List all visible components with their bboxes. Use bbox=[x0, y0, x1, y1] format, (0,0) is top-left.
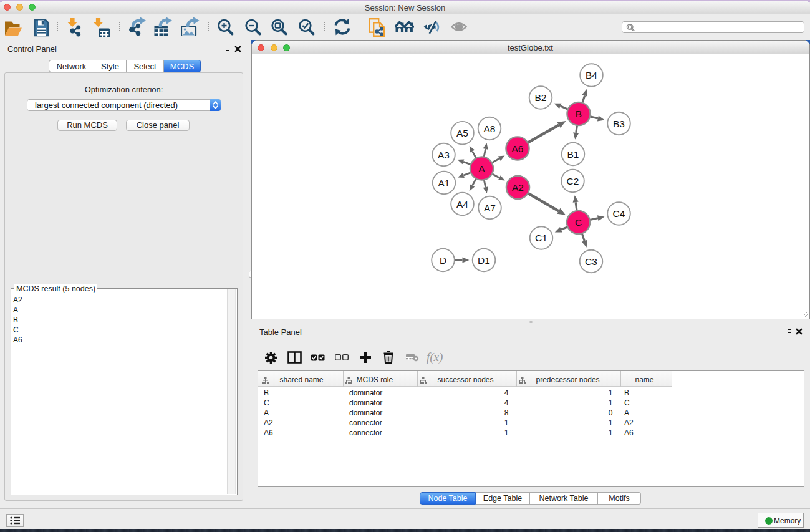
svg-text:C1: C1 bbox=[535, 233, 547, 243]
svg-text:B3: B3 bbox=[613, 118, 625, 128]
svg-text:A6: A6 bbox=[511, 143, 523, 153]
svg-text:B4: B4 bbox=[586, 70, 597, 80]
svg-text:A3: A3 bbox=[438, 149, 450, 160]
svg-text:A1: A1 bbox=[438, 177, 450, 188]
svg-text:C3: C3 bbox=[585, 256, 597, 266]
svg-text:A7: A7 bbox=[484, 202, 496, 213]
svg-text:D1: D1 bbox=[478, 254, 490, 265]
svg-text:A2: A2 bbox=[512, 182, 524, 193]
svg-text:A8: A8 bbox=[483, 123, 495, 133]
svg-text:A: A bbox=[478, 163, 485, 173]
svg-text:B2: B2 bbox=[534, 92, 546, 103]
svg-text:C2: C2 bbox=[566, 175, 579, 186]
svg-text:D: D bbox=[439, 254, 446, 265]
svg-text:C: C bbox=[574, 217, 581, 228]
svg-text:A5: A5 bbox=[456, 127, 468, 138]
svg-text:B: B bbox=[575, 109, 581, 119]
svg-text:C4: C4 bbox=[612, 208, 625, 219]
svg-text:B1: B1 bbox=[567, 148, 579, 159]
svg-text:A4: A4 bbox=[456, 198, 468, 209]
